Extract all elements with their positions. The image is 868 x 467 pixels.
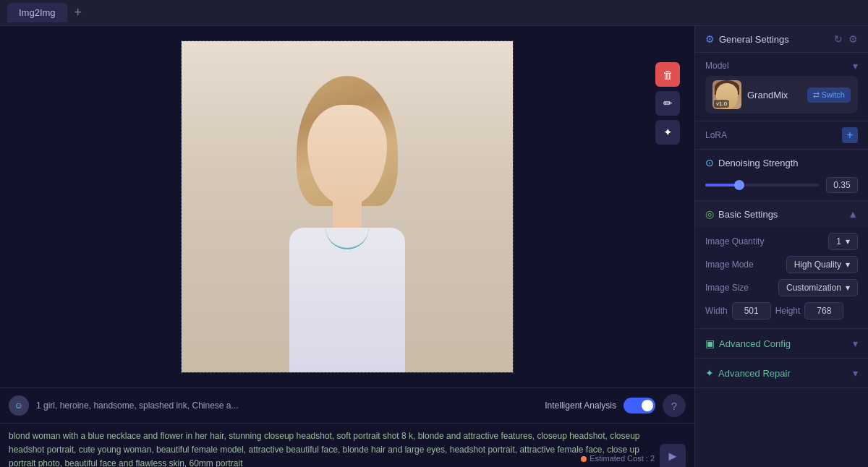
advanced-repair-title: ✦ Advanced Repair bbox=[705, 367, 791, 379]
denoising-slider-thumb[interactable] bbox=[734, 180, 744, 190]
advanced-repair-icon: ✦ bbox=[705, 367, 714, 379]
image-quantity-value: 1 bbox=[836, 236, 841, 247]
switch-label: Switch bbox=[822, 90, 845, 99]
model-name: GrandMix bbox=[747, 90, 801, 100]
right-panel: ⚙ General Settings ↻ ⚙ Model ▾ v1.0 Gran… bbox=[694, 26, 868, 467]
image-size-label: Image Size bbox=[705, 283, 749, 293]
portrait-figure bbox=[275, 69, 420, 372]
basic-settings-body: Image Quantity 1 ▾ Image Mode High Quali… bbox=[695, 227, 868, 328]
lora-section: LoRA + bbox=[695, 121, 868, 150]
basic-settings-label: Basic Settings bbox=[718, 209, 778, 220]
denoising-icon: ⊙ bbox=[705, 157, 714, 168]
prompt-area: ☺ 1 girl, heroine, handsome, splashed in… bbox=[0, 387, 694, 467]
tab-bar: Img2Img + bbox=[0, 0, 868, 26]
general-settings-actions: ↻ ⚙ bbox=[834, 33, 858, 45]
sparkle-icon: ✦ bbox=[663, 126, 673, 139]
toggle-knob bbox=[642, 400, 653, 411]
image-quantity-label: Image Quantity bbox=[705, 236, 764, 247]
image-quantity-dropdown[interactable]: 1 ▾ bbox=[828, 233, 858, 250]
prompt-tags-bar: ☺ 1 girl, heroine, handsome, splashed in… bbox=[0, 388, 694, 424]
image-size-value: Customization bbox=[786, 283, 841, 293]
denoising-title: Denoising Strength bbox=[718, 158, 799, 168]
advanced-config-section: ▣ Advanced Config ▾ bbox=[695, 329, 868, 359]
denoising-value: 0.35 bbox=[826, 177, 858, 193]
advanced-config-label: Advanced Config bbox=[719, 338, 791, 349]
denoising-header: ⊙ Denoising Strength bbox=[705, 157, 858, 168]
basic-settings-chevron: ▲ bbox=[848, 208, 858, 220]
basic-settings-header[interactable]: ◎ Basic Settings ▲ bbox=[695, 201, 868, 227]
edit-icon: ✏ bbox=[663, 97, 673, 110]
image-container[interactable] bbox=[181, 40, 514, 373]
delete-button[interactable]: 🗑 bbox=[655, 62, 680, 87]
image-mode-dropdown[interactable]: High Quality ▾ bbox=[786, 256, 858, 273]
help-button[interactable]: ? bbox=[663, 394, 686, 417]
denoising-section: ⊙ Denoising Strength 0.35 bbox=[695, 150, 868, 201]
image-mode-arrow: ▾ bbox=[846, 260, 850, 270]
image-size-dropdown[interactable]: Customization ▾ bbox=[778, 279, 858, 296]
width-height-row: Width Height bbox=[705, 302, 858, 320]
lora-label: LoRA bbox=[705, 130, 727, 140]
basic-settings-icon: ◎ bbox=[705, 208, 714, 220]
model-arrow-icon[interactable]: ▾ bbox=[853, 60, 858, 72]
advanced-config-chevron: ▾ bbox=[853, 338, 858, 349]
refresh-icon[interactable]: ↻ bbox=[834, 33, 843, 45]
tool-buttons: 🗑 ✏ ✦ bbox=[655, 62, 680, 145]
basic-settings-title: ◎ Basic Settings bbox=[705, 208, 778, 220]
height-input[interactable] bbox=[804, 302, 843, 320]
general-settings-title: ⚙ General Settings bbox=[705, 33, 789, 45]
model-card[interactable]: v1.0 GrandMix ⇄ Switch bbox=[705, 76, 858, 113]
face-icon: ☺ bbox=[14, 400, 23, 411]
send-button[interactable]: ► bbox=[660, 444, 686, 467]
prompt-text-container: blond woman with a blue necklace and flo… bbox=[0, 424, 694, 467]
model-label-text: Model bbox=[705, 61, 729, 71]
image-quantity-arrow: ▾ bbox=[846, 236, 850, 247]
width-label: Width bbox=[705, 306, 728, 316]
advanced-repair-label: Advanced Repair bbox=[718, 368, 791, 379]
advanced-repair-chevron: ▾ bbox=[853, 367, 858, 379]
image-size-arrow: ▾ bbox=[846, 283, 850, 293]
model-thumbnail: v1.0 bbox=[712, 80, 741, 109]
image-size-row: Image Size Customization ▾ bbox=[705, 279, 858, 296]
model-section: Model ▾ v1.0 GrandMix ⇄ Switch bbox=[695, 53, 868, 121]
tag-icon: ☺ bbox=[9, 395, 29, 416]
left-panel: 🗑 ✏ ✦ ☺ 1 girl, heroine, handsome, splas… bbox=[0, 26, 694, 467]
delete-icon: 🗑 bbox=[663, 69, 673, 81]
image-mode-label: Image Mode bbox=[705, 260, 754, 270]
model-version-badge: v1.0 bbox=[714, 100, 729, 108]
image-quantity-row: Image Quantity 1 ▾ bbox=[705, 233, 858, 250]
tab-img2img[interactable]: Img2Img bbox=[7, 3, 67, 22]
sparkle-button[interactable]: ✦ bbox=[655, 120, 680, 145]
advanced-config-title: ▣ Advanced Config bbox=[705, 338, 791, 349]
main-content: 🗑 ✏ ✦ ☺ 1 girl, heroine, handsome, splas… bbox=[0, 26, 868, 467]
image-mode-value: High Quality bbox=[794, 260, 841, 270]
cost-dot-icon bbox=[581, 456, 587, 462]
prompt-tags-text: 1 girl, heroine, handsome, splashed ink,… bbox=[36, 400, 537, 411]
settings-icon[interactable]: ⚙ bbox=[848, 33, 858, 45]
estimated-cost: Estimated Cost : 2 bbox=[581, 453, 655, 466]
general-settings-icon: ⚙ bbox=[705, 33, 715, 45]
image-mode-row: Image Mode High Quality ▾ bbox=[705, 256, 858, 273]
width-input[interactable] bbox=[732, 302, 771, 320]
advanced-repair-section: ✦ Advanced Repair ▾ bbox=[695, 359, 868, 388]
switch-model-button[interactable]: ⇄ Switch bbox=[807, 87, 851, 103]
general-settings-label: General Settings bbox=[719, 34, 789, 45]
prompt-text[interactable]: blond woman with a blue necklace and flo… bbox=[9, 429, 658, 467]
advanced-repair-header[interactable]: ✦ Advanced Repair ▾ bbox=[695, 359, 868, 387]
intelligent-analysis-toggle[interactable] bbox=[624, 398, 655, 414]
basic-settings-section: ◎ Basic Settings ▲ Image Quantity 1 ▾ Im… bbox=[695, 201, 868, 329]
portrait-body bbox=[289, 228, 405, 372]
canvas-area: 🗑 ✏ ✦ bbox=[0, 26, 694, 387]
lora-add-button[interactable]: + bbox=[842, 127, 858, 143]
denoising-slider-row: 0.35 bbox=[705, 177, 858, 193]
intelligent-analysis-label: Intelligent Analysis bbox=[545, 400, 616, 411]
model-label: Model ▾ bbox=[705, 60, 858, 72]
general-settings-header: ⚙ General Settings ↻ ⚙ bbox=[695, 26, 868, 53]
denoising-slider-track[interactable] bbox=[705, 184, 819, 187]
estimated-cost-label: Estimated Cost : 2 bbox=[590, 453, 655, 466]
edit-button[interactable]: ✏ bbox=[655, 91, 680, 116]
advanced-config-header[interactable]: ▣ Advanced Config ▾ bbox=[695, 329, 868, 358]
switch-icon: ⇄ bbox=[813, 90, 820, 100]
tab-add-button[interactable]: + bbox=[70, 5, 87, 20]
advanced-config-icon: ▣ bbox=[705, 338, 715, 349]
height-label: Height bbox=[775, 306, 801, 316]
